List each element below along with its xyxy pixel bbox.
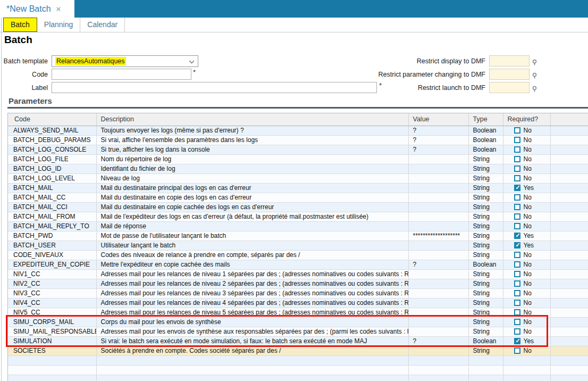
param-code: BATCH_MAIL_CCI xyxy=(8,202,96,212)
table-row[interactable]: CODE_NIVEAUXCodes des niveaux de relance… xyxy=(8,250,588,260)
required-checkbox[interactable] xyxy=(514,271,520,277)
required-checkbox[interactable] xyxy=(514,146,520,153)
required-checkbox[interactable] xyxy=(514,204,520,210)
column-header-value[interactable]: Value xyxy=(408,113,468,126)
tab-planning[interactable]: Planning xyxy=(37,18,81,32)
close-icon[interactable]: × xyxy=(56,4,61,13)
required-checkbox[interactable] xyxy=(514,194,520,201)
table-row[interactable]: BATCH_PWDMot de passe de l'utilisateur l… xyxy=(8,231,588,241)
table-row-empty[interactable] xyxy=(8,355,588,365)
param-value xyxy=(408,221,468,231)
lookup-pin-icon[interactable] xyxy=(532,86,537,93)
param-type: String xyxy=(468,250,503,260)
required-checkbox[interactable] xyxy=(514,156,520,162)
document-tab[interactable]: *New Batch × xyxy=(0,0,74,18)
required-label: No xyxy=(524,270,532,278)
required-checkbox[interactable] xyxy=(514,223,520,229)
required-label: No xyxy=(524,261,532,268)
batch-template-select[interactable]: RelancesAutomatiques xyxy=(52,55,198,67)
lookup-pin-icon[interactable] xyxy=(532,72,537,79)
table-row[interactable]: BATCH_DEBUG_PARAMSSi vrai, affiche l'ens… xyxy=(8,135,588,145)
param-description: Mail du destinataire en copie des logs e… xyxy=(96,193,408,202)
param-description: Utilisateur lançant le batch xyxy=(96,241,408,250)
tab-batch[interactable]: Batch xyxy=(3,18,37,32)
param-code: BATCH_LOG_LEVEL xyxy=(8,173,96,183)
table-row[interactable]: BATCH_MAIL_FROMMail de l'expéditeur des … xyxy=(8,212,588,221)
empty-cell xyxy=(550,145,588,154)
label-input[interactable] xyxy=(52,82,377,93)
required-checkbox[interactable] xyxy=(514,261,520,268)
table-row[interactable]: BATCH_USERUtilisateur lançant le batchSt… xyxy=(8,241,588,250)
param-type: String xyxy=(468,269,503,279)
required-label: No xyxy=(524,318,532,326)
required-checkbox[interactable] xyxy=(514,233,520,239)
table-row-empty[interactable] xyxy=(8,365,588,375)
required-label: No xyxy=(524,222,532,230)
required-checkbox[interactable] xyxy=(514,347,520,354)
table-row-empty[interactable] xyxy=(8,375,588,381)
table-row[interactable]: SIMULATIONSi vrai: le batch sera exécuté… xyxy=(8,336,588,346)
param-required: No xyxy=(503,346,550,355)
tab-calendar[interactable]: Calendar xyxy=(80,18,125,32)
table-row[interactable]: BATCH_MAIL_CCIMail du destinataire en co… xyxy=(8,202,588,212)
required-checkbox[interactable] xyxy=(514,137,520,143)
required-checkbox[interactable] xyxy=(514,319,520,325)
required-checkbox[interactable] xyxy=(514,165,520,172)
required-checkbox[interactable] xyxy=(514,175,520,181)
required-checkbox[interactable] xyxy=(514,338,520,344)
document-tab-title: *New Batch xyxy=(6,4,51,14)
empty-cell xyxy=(468,375,503,381)
table-row[interactable]: NIV3_CCAdresses mail pour les relances d… xyxy=(8,288,588,298)
param-type: String xyxy=(468,231,503,241)
required-checkbox[interactable] xyxy=(514,127,520,134)
param-code: NIV5_CC xyxy=(8,308,96,317)
required-label: No xyxy=(524,175,532,182)
required-checkbox[interactable] xyxy=(514,213,520,220)
required-checkbox[interactable] xyxy=(514,328,520,335)
table-row[interactable]: EXPEDITEUR_EN_COPIEMettre l'expéditeur e… xyxy=(8,260,588,269)
table-row[interactable]: BATCH_LOG_CONSOLESi true, afficher les l… xyxy=(8,145,588,154)
column-header-type[interactable]: Type xyxy=(468,113,503,126)
table-row[interactable]: ALWAYS_SEND_MAILToujours envoyer les log… xyxy=(8,126,588,135)
param-value: ******************* xyxy=(408,231,468,241)
table-row[interactable]: NIV4_CCAdresses mail pour les relances d… xyxy=(8,298,588,308)
restrict-param-input[interactable] xyxy=(489,69,530,80)
table-row[interactable]: SOCIETESSociétés à prendre en compte. Co… xyxy=(8,346,588,355)
required-checkbox[interactable] xyxy=(514,252,520,258)
table-row[interactable]: BATCH_LOG_LEVELNiveau de logStringNo xyxy=(8,173,588,183)
empty-cell xyxy=(550,173,588,183)
param-description: Corps du mail pour les envois de synthès… xyxy=(96,317,408,327)
lookup-pin-icon[interactable] xyxy=(532,59,537,66)
param-required: No xyxy=(503,250,550,260)
param-value xyxy=(408,288,468,298)
table-row[interactable]: BATCH_LOG_IDIdentifiant du fichier de lo… xyxy=(8,164,588,173)
param-type: String xyxy=(468,212,503,221)
empty-cell xyxy=(550,260,588,269)
table-row[interactable]: SIMU_MAIL_RESPONSABLEAdresses mail pour … xyxy=(8,327,588,336)
table-row[interactable]: SIMU_CORPS_MAILCorps du mail pour les en… xyxy=(8,317,588,327)
table-row[interactable]: BATCH_MAIL_REPLY_TOMail de réponseString… xyxy=(8,221,588,231)
restrict-launch-input[interactable] xyxy=(489,82,530,93)
column-header-description[interactable]: Description xyxy=(96,113,408,126)
required-checkbox[interactable] xyxy=(514,185,520,191)
required-label: No xyxy=(524,165,532,172)
table-row[interactable]: BATCH_MAILMail du destinataire principal… xyxy=(8,183,588,193)
restrict-display-input[interactable] xyxy=(489,55,530,67)
required-checkbox[interactable] xyxy=(514,309,520,316)
table-row[interactable]: BATCH_MAIL_CCMail du destinataire en cop… xyxy=(8,193,588,202)
empty-cell xyxy=(550,298,588,308)
required-checkbox[interactable] xyxy=(514,280,520,287)
column-header-required[interactable]: Required? xyxy=(503,113,550,126)
column-header-code[interactable]: Code xyxy=(8,113,96,126)
code-input[interactable] xyxy=(52,69,191,80)
required-checkbox[interactable] xyxy=(514,290,520,296)
table-row[interactable]: BATCH_LOG_FILENom du répertoire de logSt… xyxy=(8,154,588,164)
param-value xyxy=(408,241,468,250)
table-row[interactable]: NIV1_CCAdresses mail pour les relances d… xyxy=(8,269,588,279)
required-checkbox[interactable] xyxy=(514,300,520,306)
required-label: No xyxy=(524,328,532,335)
table-row[interactable]: NIV2_CCAdresses mail pour les relances d… xyxy=(8,279,588,288)
table-row[interactable]: NIV5_CCAdresses mail pour les relances d… xyxy=(8,308,588,317)
param-code: SIMU_MAIL_RESPONSABLE xyxy=(8,327,96,336)
required-checkbox[interactable] xyxy=(514,242,520,249)
